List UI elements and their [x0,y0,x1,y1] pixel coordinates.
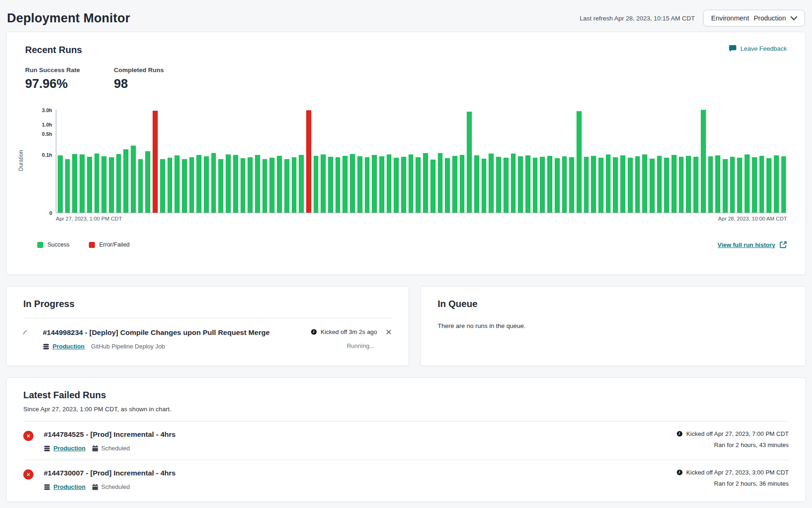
chart-bar-success[interactable] [511,154,516,213]
chart-bar-success[interactable] [336,157,341,213]
chart-bar-success[interactable] [160,159,165,213]
chart-bar-success[interactable] [730,157,735,213]
chart-bar-success[interactable] [503,158,509,213]
chart-bar-success[interactable] [737,158,742,213]
chart-bar-success[interactable] [591,156,596,213]
view-full-run-history-link[interactable]: View full run history [718,241,787,248]
chart-bar-success[interactable] [277,156,282,213]
chart-bar-success[interactable] [555,158,560,213]
chart-bar-error[interactable] [153,111,158,213]
chart-bar-success[interactable] [686,156,691,213]
chart-bar-success[interactable] [262,159,268,213]
chart-bar-success[interactable] [759,156,765,213]
chart-bar-success[interactable] [635,156,640,213]
chart-bar-success[interactable] [708,156,713,213]
chart-bar-success[interactable] [241,158,246,213]
chart-bar-success[interactable] [577,111,582,213]
chart-bar-success[interactable] [416,157,421,213]
chart-bar-success[interactable] [65,159,70,213]
chart-bar-success[interactable] [781,156,786,213]
chart-bar-success[interactable] [774,155,779,213]
chart-bar-success[interactable] [628,158,633,213]
chart-bar-success[interactable] [189,157,195,213]
chart-bar-success[interactable] [482,159,487,213]
chart-bar-success[interactable] [467,112,472,213]
leave-feedback-link[interactable]: Leave Feedback [729,45,787,52]
chart-bar-success[interactable] [314,156,319,213]
chart-bar-success[interactable] [123,149,128,213]
chart-bar-success[interactable] [182,159,187,213]
chart-bar-success[interactable] [255,155,260,213]
chart-bar-success[interactable] [94,154,100,213]
chart-bar-success[interactable] [145,151,150,213]
chart-bar-success[interactable] [460,155,465,213]
chart-bar-success[interactable] [196,155,201,213]
chart-bar-error[interactable] [306,110,311,213]
chart-bar-success[interactable] [204,156,209,213]
chart-bar-success[interactable] [233,155,238,213]
chart-bar-success[interactable] [613,157,618,213]
in-progress-environment-link[interactable]: Production [53,343,85,350]
chart-bar-success[interactable] [379,156,384,213]
chart-bar-success[interactable] [299,155,304,213]
chart-bar-success[interactable] [58,155,63,213]
chart-bar-success[interactable] [131,146,136,213]
chart-bar-success[interactable] [562,156,567,213]
chart-bar-success[interactable] [87,157,92,213]
chart-bar-success[interactable] [168,158,173,213]
chart-bar-success[interactable] [664,158,669,213]
chart-bar-success[interactable] [321,154,326,213]
chart-bar-success[interactable] [401,157,406,213]
chart-bar-success[interactable] [533,158,538,213]
chart-bar-success[interactable] [342,156,348,213]
chart-bar-success[interactable] [518,156,523,213]
chart-bar-success[interactable] [109,157,114,213]
chart-bar-success[interactable] [292,157,297,213]
chart-bar-success[interactable] [525,155,530,213]
chart-bar-success[interactable] [701,110,706,213]
chart-bar-success[interactable] [598,158,604,213]
chart-bar-success[interactable] [372,155,377,213]
chart-bar-success[interactable] [671,155,677,213]
chart-bar-success[interactable] [365,157,370,213]
chart-bar-success[interactable] [693,157,698,213]
chart-bar-success[interactable] [650,159,655,213]
chart-bar-success[interactable] [766,158,772,213]
chart-bar-success[interactable] [328,157,333,213]
chart-bar-success[interactable] [409,154,414,213]
chart-bar-success[interactable] [101,156,107,213]
failed-run-environment-link[interactable]: Production [54,445,86,452]
chart-bar-success[interactable] [430,160,436,213]
chart-bar-success[interactable] [642,154,647,213]
chart-bar-success[interactable] [679,157,684,213]
chart-bar-success[interactable] [715,155,720,213]
chart-bar-success[interactable] [438,153,443,213]
chart-bar-success[interactable] [350,154,355,213]
chart-bar-success[interactable] [540,157,545,213]
chart-bar-success[interactable] [116,154,121,213]
chart-bar-success[interactable] [489,154,494,213]
chart-bar-success[interactable] [138,159,143,213]
chart-bar-success[interactable] [423,153,428,213]
chart-bar-success[interactable] [569,157,574,213]
chart-bar-success[interactable] [218,159,223,213]
chart-bar-success[interactable] [174,155,180,213]
chart-bar-success[interactable] [474,155,479,213]
chart-bar-success[interactable] [584,157,589,213]
chart-bar-success[interactable] [226,154,231,213]
chart-bar-success[interactable] [72,154,77,213]
chart-bar-success[interactable] [269,158,275,213]
chart-bar-success[interactable] [723,159,728,213]
chart-bar-success[interactable] [445,158,450,213]
chart-bar-success[interactable] [211,153,216,213]
chart-bar-success[interactable] [657,156,662,213]
chart-bar-success[interactable] [284,159,289,213]
failed-run-environment-link[interactable]: Production [54,483,86,490]
chart-bar-success[interactable] [387,154,392,213]
chart-bar-success[interactable] [496,157,501,213]
chart-bar-success[interactable] [248,157,253,213]
chart-bar-success[interactable] [547,156,552,213]
chart-bar-success[interactable] [745,154,750,213]
chart-bar-success[interactable] [452,156,457,213]
close-icon[interactable]: ✕ [385,328,392,336]
